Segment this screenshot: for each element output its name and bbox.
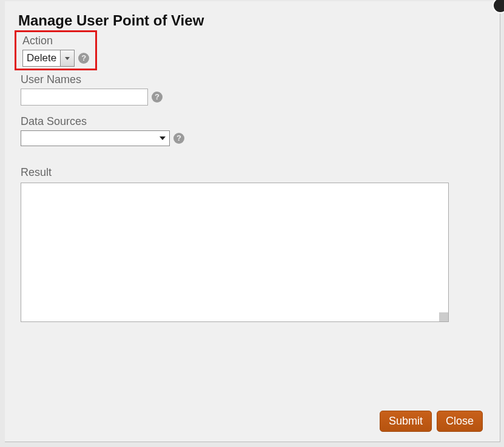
result-textarea[interactable] [21, 183, 449, 322]
action-select-button[interactable] [60, 50, 74, 66]
action-select[interactable]: Delete [22, 50, 75, 67]
action-label: Action [22, 35, 95, 47]
help-icon[interactable]: ? [78, 53, 89, 64]
action-highlight-box: Action Delete ? [15, 30, 97, 70]
help-icon[interactable]: ? [152, 92, 163, 103]
result-section: Result [21, 166, 452, 324]
user-names-input[interactable] [21, 89, 148, 106]
dialog-footer: Submit Close [380, 411, 483, 432]
close-icon[interactable] [492, 0, 504, 13]
submit-button[interactable]: Submit [380, 411, 432, 432]
data-sources-section: Data Sources ? [21, 115, 184, 146]
close-button[interactable]: Close [437, 411, 483, 432]
manage-user-pov-dialog: Manage User Point of View Action Delete … [5, 1, 500, 442]
user-names-section: User Names ? [21, 73, 163, 106]
help-icon[interactable]: ? [173, 133, 184, 144]
data-sources-select[interactable] [21, 130, 170, 146]
data-sources-label: Data Sources [21, 115, 184, 128]
chevron-down-icon [65, 57, 70, 60]
dialog-title: Manage User Point of View [18, 12, 204, 29]
user-names-label: User Names [21, 73, 163, 86]
caret-down-icon [160, 136, 166, 140]
result-label: Result [21, 166, 452, 179]
action-select-value: Delete [23, 50, 60, 66]
